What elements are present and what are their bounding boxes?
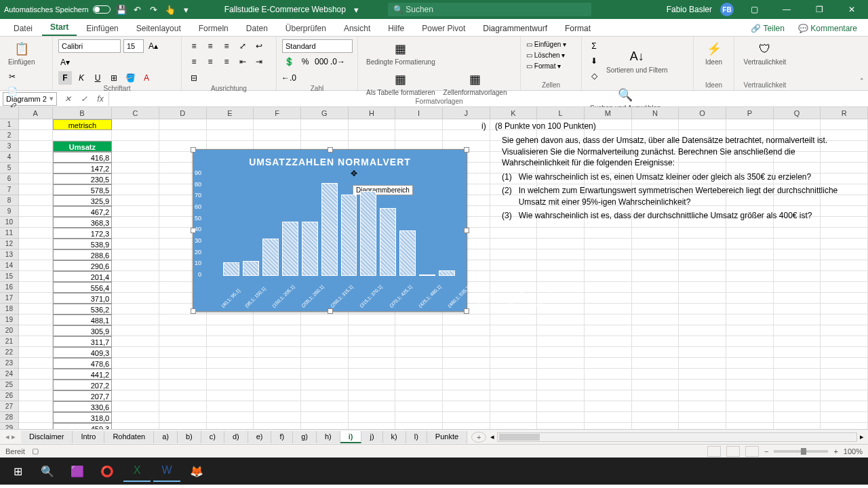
- cell[interactable]: [679, 282, 726, 293]
- normal-view-icon[interactable]: [707, 446, 721, 457]
- cell[interactable]: [19, 271, 53, 282]
- cell[interactable]: [159, 401, 207, 412]
- cell[interactable]: [537, 347, 585, 358]
- worksheet-grid[interactable]: ABCDEFGHIJKLMNOPQR 1metrisch23Umsatz4416…: [0, 107, 868, 429]
- cell[interactable]: [490, 401, 538, 412]
- cell[interactable]: [254, 314, 301, 325]
- col-header[interactable]: G: [301, 107, 349, 119]
- cell[interactable]: [537, 369, 585, 380]
- cell[interactable]: [537, 325, 585, 336]
- cell[interactable]: [349, 390, 396, 401]
- zoom-slider[interactable]: [774, 450, 828, 453]
- cell[interactable]: [490, 369, 538, 380]
- cell[interactable]: [443, 412, 490, 423]
- wrap-text-icon[interactable]: ↩: [252, 39, 266, 53]
- user-name[interactable]: Fabio Basler: [667, 5, 712, 14]
- number-format-select[interactable]: [282, 39, 353, 53]
- cell[interactable]: [632, 293, 679, 304]
- col-header[interactable]: N: [632, 107, 679, 119]
- align-right-icon[interactable]: ≡: [220, 55, 233, 68]
- search-taskbar-icon[interactable]: 🔍: [34, 460, 61, 482]
- cell[interactable]: [112, 249, 159, 260]
- row-header[interactable]: 25: [0, 380, 19, 390]
- embedded-chart[interactable]: UMSATZZAHLEN NORMALVERT ✥ Diagrammbereic…: [193, 149, 467, 312]
- cell[interactable]: 578,5: [53, 184, 113, 195]
- cell[interactable]: [395, 336, 443, 347]
- ribbon-tab-seitenlayout[interactable]: Seitenlayout: [128, 21, 189, 36]
- cell[interactable]: [537, 401, 585, 412]
- cell[interactable]: [490, 412, 538, 423]
- sheet-tab[interactable]: j): [361, 431, 382, 443]
- cell[interactable]: [679, 325, 726, 336]
- cell[interactable]: [679, 390, 726, 401]
- col-header[interactable]: E: [207, 107, 254, 119]
- cell[interactable]: [112, 163, 159, 174]
- cell[interactable]: [301, 325, 349, 336]
- cell[interactable]: [774, 380, 821, 390]
- cell[interactable]: [679, 228, 726, 239]
- cell[interactable]: [19, 239, 53, 249]
- cell[interactable]: [159, 314, 207, 325]
- cell[interactable]: 207,2: [53, 380, 113, 390]
- cell[interactable]: [679, 369, 726, 380]
- cell[interactable]: [112, 260, 159, 271]
- sheet-tab[interactable]: k): [383, 431, 406, 443]
- cell[interactable]: [537, 304, 585, 314]
- qat-more-icon[interactable]: ▾: [181, 4, 192, 15]
- sheet-tab[interactable]: a): [154, 431, 178, 443]
- row-header[interactable]: 18: [0, 304, 19, 314]
- cell[interactable]: [301, 336, 349, 347]
- row-header[interactable]: 8: [0, 195, 19, 206]
- row-header[interactable]: 3: [0, 141, 19, 152]
- cell[interactable]: [774, 282, 821, 293]
- row-header[interactable]: 11: [0, 228, 19, 239]
- col-header[interactable]: H: [349, 107, 396, 119]
- cell[interactable]: [395, 119, 443, 130]
- row-header[interactable]: 2: [0, 130, 19, 141]
- align-bottom-icon[interactable]: ≡: [220, 39, 233, 53]
- cell[interactable]: [19, 130, 53, 141]
- cell[interactable]: [632, 380, 679, 390]
- cell[interactable]: [632, 239, 679, 249]
- merge-icon[interactable]: ⊟: [187, 71, 201, 85]
- cell[interactable]: [112, 174, 159, 184]
- sheet-tab[interactable]: d): [224, 431, 248, 443]
- row-header[interactable]: 12: [0, 239, 19, 249]
- align-middle-icon[interactable]: ≡: [203, 39, 217, 53]
- cell[interactable]: [821, 293, 868, 304]
- cell[interactable]: [726, 380, 774, 390]
- cell[interactable]: [632, 347, 679, 358]
- cell[interactable]: [585, 239, 632, 249]
- cell[interactable]: [159, 358, 207, 369]
- cell[interactable]: [19, 423, 53, 429]
- cell[interactable]: [774, 260, 821, 271]
- align-center-icon[interactable]: ≡: [203, 55, 217, 68]
- comma-icon[interactable]: 000: [315, 55, 328, 68]
- cell[interactable]: [774, 347, 821, 358]
- cell[interactable]: [112, 217, 159, 228]
- cell[interactable]: [585, 390, 632, 401]
- col-header[interactable]: M: [585, 107, 632, 119]
- cell[interactable]: [490, 336, 538, 347]
- row-header[interactable]: 27: [0, 401, 19, 412]
- cell[interactable]: [537, 423, 585, 429]
- cell[interactable]: [19, 119, 53, 130]
- cell[interactable]: [726, 228, 774, 239]
- cell[interactable]: [19, 293, 53, 304]
- cell[interactable]: [159, 130, 207, 141]
- cell[interactable]: [112, 152, 159, 163]
- cell[interactable]: [112, 358, 159, 369]
- cell[interactable]: [821, 390, 868, 401]
- cell[interactable]: [821, 380, 868, 390]
- cell[interactable]: [726, 239, 774, 249]
- cell[interactable]: [112, 423, 159, 429]
- cell[interactable]: [19, 228, 53, 239]
- cell[interactable]: [159, 325, 207, 336]
- cell[interactable]: [19, 390, 53, 401]
- cell[interactable]: 311,7: [53, 336, 113, 347]
- cell[interactable]: [443, 336, 490, 347]
- cell[interactable]: [537, 314, 585, 325]
- cell[interactable]: [301, 347, 349, 358]
- cell[interactable]: [443, 369, 490, 380]
- cell[interactable]: [821, 304, 868, 314]
